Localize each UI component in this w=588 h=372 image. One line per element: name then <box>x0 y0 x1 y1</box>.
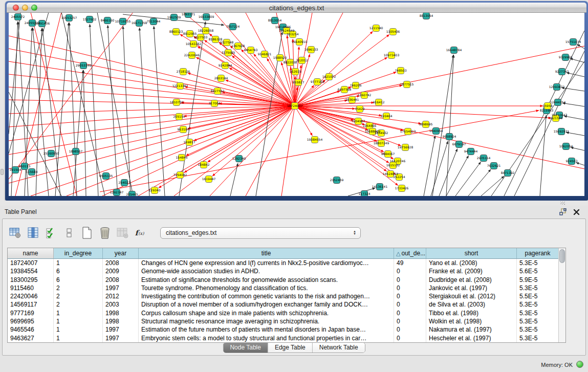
node-label: 129340 <box>149 188 161 192</box>
column-header-in_degree[interactable]: in_degree <box>54 248 103 258</box>
table-scrollbar-thumb[interactable] <box>559 249 565 263</box>
table-cell: 0 <box>394 276 426 284</box>
node-label: 154845 <box>176 156 188 159</box>
node-label: 2367608 <box>231 44 245 48</box>
table-cell: 5.9E-5 <box>517 276 559 284</box>
node-label: 9227343 <box>555 70 569 73</box>
table-cell: 5.3E-5 <box>517 325 559 334</box>
table-cell: 22420046 <box>8 292 54 300</box>
node-label: 1588520 <box>273 56 287 59</box>
table-row[interactable]: 1938455462009Genome-wide association stu… <box>8 267 565 275</box>
table-cell: Genome-wide association studies in ADHD. <box>139 267 394 275</box>
column-header-name[interactable]: name <box>8 248 54 258</box>
table-panel-title: Table Panel <box>5 208 37 215</box>
tab-node-table[interactable]: Node Table <box>223 343 268 353</box>
node-label: 8427552 <box>211 89 225 93</box>
memory-status-indicator[interactable] <box>576 361 583 368</box>
node-label: 2936441 <box>345 98 359 101</box>
node-label: 9146821 <box>258 52 272 56</box>
node-label: 1619447 <box>202 177 216 181</box>
table-selector-value: citations_edges.txt <box>161 229 351 236</box>
memory-status-label: Memory: OK <box>541 362 573 368</box>
node-label: 1527602 <box>83 17 97 21</box>
table-cell: Jankovic et al. (1997) <box>426 284 517 292</box>
table-cell: Hescheler et al. (1997) <box>426 334 517 342</box>
table-cell: 18724007 <box>8 259 54 267</box>
table-cell: 9115460 <box>8 284 54 292</box>
network-canvas[interactable]: 2405572240557242069140610653257152760284… <box>9 13 584 196</box>
tab-edge-table[interactable]: Edge Table <box>268 343 313 353</box>
table-row[interactable]: 946554611997Estimation of the future num… <box>8 325 565 334</box>
node-label: 10973403 <box>384 53 400 57</box>
table-row[interactable]: 1456911722003Disruption of a novel membe… <box>8 300 565 309</box>
new-table-icon[interactable] <box>80 226 94 239</box>
node-label: 19384554 <box>307 138 323 141</box>
column-header-short[interactable]: short <box>426 248 517 258</box>
node-label: 1211540 <box>369 26 383 30</box>
node-label: 252254 <box>394 175 405 179</box>
divider-grip[interactable] <box>560 202 565 205</box>
table-cell: 1 <box>54 325 103 334</box>
table-row[interactable]: 969969511998Structural magnetic resonanc… <box>8 317 565 325</box>
table-cell: 1997 <box>103 334 139 342</box>
float-window-icon[interactable] <box>559 208 567 215</box>
node-label: 220404 <box>381 114 393 118</box>
table-cell: 0 <box>394 300 426 309</box>
node-label: 1877515 <box>400 82 414 86</box>
table-row[interactable]: 2242004622012Investigating the contribut… <box>8 292 565 300</box>
node-label: 1292347 <box>110 190 124 194</box>
delete-table-icon[interactable] <box>116 226 129 239</box>
network-graph[interactable]: 2405572240557242069140610653257152760284… <box>9 13 584 196</box>
select-rows-icon[interactable] <box>45 226 58 239</box>
node-label: 9329966 <box>559 55 573 59</box>
node-label: 8813054 <box>268 18 282 22</box>
node-label: 1615132 <box>386 163 400 167</box>
node-label: 7857224 <box>226 25 240 28</box>
row-height-icon[interactable] <box>62 226 76 239</box>
function-builder-icon[interactable]: f (x) <box>134 226 147 239</box>
node-label: 16671358 <box>132 21 147 25</box>
table-row[interactable]: 1830029562008Estimation of significance … <box>8 276 565 284</box>
close-panel-icon[interactable] <box>573 208 580 215</box>
table-row[interactable]: 1872400712008Changes of HCN gene express… <box>8 259 565 267</box>
column-header-out_de[interactable]: △out_de... <box>394 248 426 258</box>
table-cell: Wolkin et al. (1998) <box>426 317 517 325</box>
column-select-icon[interactable] <box>27 226 40 239</box>
node-label: 184842 <box>198 163 210 166</box>
node-label: 1105436 <box>386 30 400 33</box>
delete-icon[interactable] <box>98 226 112 239</box>
table-settings-icon[interactable] <box>9 226 22 239</box>
table-row[interactable]: 911546021997Tourette syndrome. Phenomeno… <box>8 284 565 292</box>
window-titlebar[interactable]: citations_edges.txt <box>7 3 586 13</box>
node-label: 2935114 <box>477 156 491 160</box>
panel-divider[interactable] <box>0 201 588 206</box>
table-row[interactable]: 977716911998Corpus callosum shape and si… <box>8 309 565 317</box>
table-cell: 5.5E-5 <box>517 292 559 300</box>
node-label: 1062054 <box>559 144 573 148</box>
node-label: 2152459 <box>330 178 344 182</box>
node-label: 15751074 <box>565 40 581 43</box>
column-header-title[interactable]: title <box>139 248 394 258</box>
node-label: 14136141 <box>372 185 388 188</box>
table-row[interactable]: 946362711997Embryonic stem cells: a mode… <box>8 334 565 342</box>
table-cell: 0 <box>394 309 426 317</box>
table-selector-dropdown[interactable]: citations_edges.txt ▲▼ <box>160 227 361 239</box>
table-cell: Changes of HCN gene expression and I(f) … <box>139 259 394 267</box>
node-label: 9505135 <box>99 174 113 178</box>
node-label: 2718126 <box>177 70 190 73</box>
node-label: 1733426 <box>395 186 409 190</box>
node-label: 8813054 <box>420 14 433 17</box>
sort-ascending-icon: △ <box>396 250 401 256</box>
tab-network-table[interactable]: Network Table <box>313 343 365 353</box>
node-label: 963107 <box>178 127 189 131</box>
column-header-pagerank[interactable]: pagerank <box>517 248 559 258</box>
table-cell: 1 <box>54 317 103 325</box>
table-cell: 1 <box>54 309 103 317</box>
left-panel-resize-grip[interactable] <box>1 169 4 175</box>
node-label: 1160742 <box>358 93 372 97</box>
column-header-year[interactable]: year <box>103 248 139 258</box>
table-scrollbar[interactable] <box>558 248 565 342</box>
node-label: 8912955 <box>183 32 197 35</box>
node-label: 18226058 <box>198 29 214 32</box>
attribute-table: namein_degreeyeartitle△out_de...shortpag… <box>7 248 566 343</box>
